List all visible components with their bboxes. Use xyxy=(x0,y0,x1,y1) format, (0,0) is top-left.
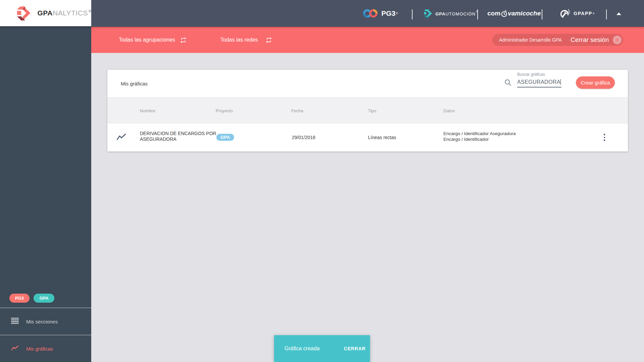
sidebar-item-label: Mis secciones xyxy=(26,319,58,324)
table-header: Nombre Proyecto Fecha Tipo Datos xyxy=(107,97,628,123)
comvamicoche-logo[interactable]: com vamicoche xyxy=(487,0,541,27)
gpapp-wrench-icon xyxy=(560,8,570,19)
snackbar: Gráfica creada CERRAR xyxy=(274,335,370,362)
top-header: GPANALYTICS® PG3® GPAUTOMOCIÓN® com vami… xyxy=(0,0,644,27)
cell-datos: Encargo / Identificador Aseguradora Enca… xyxy=(443,131,516,142)
create-chart-button[interactable]: Crear gráfica xyxy=(576,76,615,89)
column-header-datos: Datos xyxy=(443,98,455,124)
header-separator xyxy=(542,9,542,19)
column-header-fecha: Fecha xyxy=(291,98,303,124)
sidebar-item-label: Mis gráficas xyxy=(26,346,53,352)
search-field-label: Buscar gráficas xyxy=(517,72,561,77)
swap-agrupaciones-icon[interactable] xyxy=(180,37,187,44)
user-name-label: Administrador Desarrollo GPA xyxy=(499,37,561,43)
badge-gpa[interactable]: GPA xyxy=(34,294,54,303)
gpautomocion-text: GPAUTOMOCIÓN® xyxy=(435,10,478,16)
sidebar-item-mis-secciones[interactable]: Mis secciones xyxy=(0,308,91,335)
search-field: Buscar gráficas ASEGURADORA xyxy=(517,72,561,87)
line-chart-icon xyxy=(117,133,126,141)
header-separator xyxy=(606,9,607,19)
gpa-analytics-logo[interactable]: GPANALYTICS® xyxy=(0,0,91,26)
clock-icon xyxy=(501,10,507,17)
column-header-proyecto: Proyecto xyxy=(216,98,233,124)
snackbar-close-button[interactable]: CERRAR xyxy=(344,346,366,351)
mis-graficas-card: Mis gráficas Buscar gráficas ASEGURADORA… xyxy=(107,70,628,152)
search-icon xyxy=(504,79,512,86)
sidebar-badges: PG3 GPA xyxy=(9,294,54,303)
gpautomocion-logo[interactable]: GPAUTOMOCIÓN® xyxy=(423,0,478,27)
swap-redes-icon[interactable] xyxy=(265,37,272,44)
list-icon xyxy=(11,318,19,325)
gpautomocion-arrow-icon xyxy=(423,9,432,18)
logout-button[interactable]: Cerrar sesión xyxy=(571,36,609,44)
project-badge: GPA xyxy=(216,134,234,141)
column-header-nombre: Nombre xyxy=(140,98,155,124)
row-menu-kebab-icon[interactable] xyxy=(598,123,611,152)
gpa-analytics-arrow-icon xyxy=(15,4,34,22)
filter-bar: Todas las agrupaciones Todas las redes A… xyxy=(91,27,644,53)
page-title: Mis gráficas xyxy=(121,70,148,97)
cell-fecha: 29/01/2018 xyxy=(292,123,315,152)
snackbar-message: Gráfica creada xyxy=(284,346,320,352)
sidebar-item-mis-graficas[interactable]: Mis gráficas xyxy=(0,335,91,362)
header-separator xyxy=(412,9,413,19)
search-input[interactable]: ASEGURADORA xyxy=(517,79,561,87)
logout-close-icon[interactable]: × xyxy=(613,36,622,44)
line-chart-icon xyxy=(11,345,19,352)
pg3-infinity-icon xyxy=(363,8,378,18)
gpapp-logo[interactable]: GPAPP® xyxy=(560,0,594,27)
sidebar: PG3 GPA Mis secciones Mis gráficas xyxy=(0,26,91,362)
header-separator xyxy=(477,9,478,19)
cell-nombre: DERIVACION DE ENCARGOS POR ASEGURADORA xyxy=(140,131,216,142)
column-header-tipo: Tipo xyxy=(368,98,376,124)
pg3-logo[interactable]: PG3® xyxy=(363,0,398,27)
collapse-header-icon[interactable] xyxy=(616,12,621,15)
filter-agrupaciones[interactable]: Todas las agrupaciones xyxy=(119,27,175,53)
badge-pg3[interactable]: PG3 xyxy=(9,294,30,303)
cell-tipo: Líneas rectas xyxy=(368,123,396,152)
text-caret xyxy=(560,79,561,85)
user-session-pill: Administrador Desarrollo GPA Cerrar sesi… xyxy=(492,34,623,46)
filter-redes[interactable]: Todas las redes xyxy=(220,27,258,53)
brand-text: GPANALYTICS® xyxy=(38,9,91,17)
table-row[interactable]: DERIVACION DE ENCARGOS POR ASEGURADORA G… xyxy=(107,123,628,152)
